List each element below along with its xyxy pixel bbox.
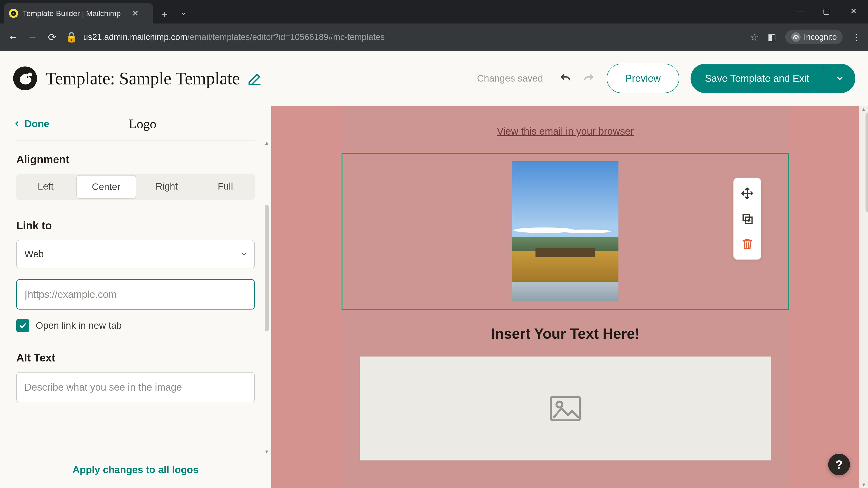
scroll-down-icon[interactable]: ▼ [262,449,271,455]
duplicate-block-button[interactable] [737,206,758,231]
new-tab-button[interactable]: ＋ [156,6,172,22]
svg-point-3 [794,37,796,39]
open-new-tab-row[interactable]: Open link in new tab [16,319,255,332]
help-button[interactable]: ? [828,454,850,475]
properties-panel: Done Logo Alignment Left Center Right Fu… [0,106,271,488]
open-new-tab-checkbox[interactable] [16,319,29,332]
save-button-group: Save Template and Exit [690,64,855,93]
link-type-select[interactable]: Web [16,240,255,268]
browser-back-icon[interactable]: ← [7,31,20,43]
window-minimize-icon[interactable]: — [788,3,811,19]
browser-reload-icon[interactable]: ⟳ [46,31,58,43]
done-button[interactable]: Done [13,118,49,129]
svg-point-6 [27,76,29,78]
panel-scroll-thumb[interactable] [265,205,269,331]
alt-text-label: Alt Text [16,352,255,364]
text-caret: | [25,289,27,300]
move-block-button[interactable] [737,181,758,205]
alignment-segmented-control: Left Center Right Full [16,174,255,200]
incognito-icon [791,32,801,42]
page-title: Template: Sample Template [46,68,240,89]
svg-point-7 [29,75,31,77]
save-status: Changes saved [477,73,543,84]
preview-button[interactable]: Preview [607,64,679,93]
canvas-scrollbar[interactable]: ▲ ▼ [860,106,868,488]
trash-icon [741,238,754,250]
logo-image[interactable] [512,161,618,301]
alignment-label: Alignment [16,153,255,166]
logo-block-selected[interactable] [342,153,789,310]
view-in-browser-link[interactable]: View this email in your browser [342,106,789,153]
browser-tab-strip: Template Builder | Mailchimp ✕ ＋ ⌄ — ▢ ✕ [0,0,868,24]
check-icon [19,322,27,330]
alignment-option-right[interactable]: Right [137,174,196,200]
tabs-dropdown-icon[interactable]: ⌄ [172,4,195,20]
incognito-indicator[interactable]: Incognito [785,30,843,44]
image-placeholder-block[interactable] [360,357,771,460]
chrome-menu-icon[interactable]: ⋮ [852,32,861,43]
workspace: Done Logo Alignment Left Center Right Fu… [0,106,868,488]
lock-icon[interactable]: 🔒 [65,31,78,43]
image-placeholder-icon [550,395,581,422]
panel-scrollbar[interactable]: ▲ ▼ [262,140,271,455]
delete-block-button[interactable] [737,232,758,256]
browser-forward-icon[interactable]: → [26,31,39,43]
done-label: Done [24,118,49,129]
alignment-option-center[interactable]: Center [76,175,136,199]
bookmark-star-icon[interactable]: ☆ [750,32,758,43]
canvas-scroll-up-icon[interactable]: ▲ [860,106,868,112]
alt-text-input[interactable]: Describe what you see in the image [16,372,255,402]
browser-toolbar: ← → ⟳ 🔒 us21.admin.mailchimp.com/email/t… [0,24,868,51]
apply-all-logos-link[interactable]: Apply changes to all logos [72,464,198,475]
svg-point-4 [796,37,798,39]
window-maximize-icon[interactable]: ▢ [815,3,838,19]
panel-scroll-track[interactable] [264,146,270,449]
mailchimp-favicon-icon [9,9,18,18]
panel-header: Done Logo [0,106,271,140]
url-path: /email/templates/editor?id=10566189#mc-t… [187,32,384,42]
link-to-label: Link to [16,219,255,232]
close-tab-icon[interactable]: ✕ [132,8,139,18]
address-bar[interactable]: 🔒 us21.admin.mailchimp.com/email/templat… [65,31,743,43]
chevron-down-icon [240,251,248,258]
incognito-label: Incognito [804,32,837,42]
alignment-option-full[interactable]: Full [196,174,255,200]
editor-canvas-wrap: View this email in your browser Insert Y… [271,106,868,488]
scroll-up-icon[interactable]: ▲ [262,140,271,146]
browser-tab-title: Template Builder | Mailchimp [23,9,121,18]
link-url-input[interactable]: |https://example.com [16,279,255,310]
save-template-button[interactable]: Save Template and Exit [690,64,824,93]
editor-canvas[interactable]: View this email in your browser Insert Y… [271,106,860,488]
mailchimp-logo-icon[interactable] [13,66,37,91]
svg-point-1 [12,12,13,13]
svg-point-9 [557,401,562,408]
redo-icon[interactable] [583,72,595,85]
app-header: Template: Sample Template Changes saved … [0,51,868,106]
headline-text[interactable]: Insert Your Text Here! [342,325,789,342]
svg-point-2 [14,13,15,13]
canvas-scroll-thumb[interactable] [866,112,868,212]
window-close-icon[interactable]: ✕ [842,3,865,19]
undo-icon[interactable] [559,72,571,85]
panel-divider [16,140,255,140]
url-host: us21.admin.mailchimp.com [83,32,187,42]
panel-footer: Apply changes to all logos [0,455,271,488]
url-display: us21.admin.mailchimp.com/email/templates… [83,32,385,42]
move-icon [741,187,754,200]
link-url-placeholder: https://example.com [28,289,117,300]
save-dropdown-button[interactable] [824,64,855,93]
alignment-option-left[interactable]: Left [16,174,75,200]
alt-text-placeholder: Describe what you see in the image [24,382,182,393]
side-panel-icon[interactable]: ◧ [768,32,776,42]
open-new-tab-label: Open link in new tab [36,320,122,331]
block-toolbar [733,177,761,260]
duplicate-icon [741,213,754,225]
browser-tab-active[interactable]: Template Builder | Mailchimp ✕ [4,3,153,24]
edit-title-button[interactable] [248,72,261,85]
canvas-scroll-down-icon[interactable]: ▼ [860,482,868,488]
window-controls: — ▢ ✕ [788,3,868,19]
email-body: View this email in your browser Insert Y… [342,106,789,488]
link-type-value: Web [24,249,44,260]
panel-title: Logo [49,116,236,131]
